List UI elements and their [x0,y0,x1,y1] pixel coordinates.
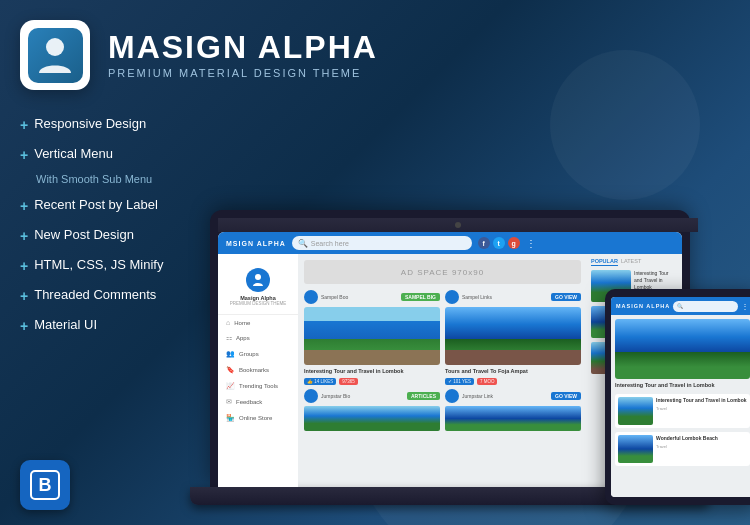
browser-sidebar: Masign Alpha PREMIUM DESIGN THEME ⌂ Home… [218,254,298,487]
post-like-btn-1[interactable]: 👍 14 LIKES [304,378,336,385]
twitter-icon[interactable]: t [493,237,505,249]
trending-icon: 📈 [226,382,235,390]
nav-label: Apps [236,335,250,341]
feature-new-post: + New Post Design [20,221,200,251]
sidebar-nav-bookmarks[interactable]: 🔖 Bookmarks [218,362,298,378]
post-title-2: Tours and Travel To Foja Ampat [445,368,581,375]
post-view-btn-2[interactable]: 7 MOO [477,378,498,385]
main-content: + Responsive Design + Vertical Menu With… [0,100,750,515]
facebook-icon[interactable]: f [478,237,490,249]
posts-grid-2: Jumpstar Bio ARTICLES [304,389,581,431]
post-image-4 [445,406,581,431]
tablet-menu-icon[interactable]: ⋮ [741,302,749,311]
feature-label: Material UI [34,317,97,334]
nav-label: Groups [239,351,259,357]
search-placeholder: Search here [311,240,349,247]
tablet-post-thumb-2 [618,435,653,463]
sidebar-nav-store[interactable]: 🏪 Online Store [218,410,298,426]
post-image-1 [304,307,440,365]
store-icon: 🏪 [226,414,235,422]
feature-sub-label: With Smooth Sub Menu [36,172,152,186]
sidebar-nav-trending[interactable]: 📈 Trending Tools [218,378,298,394]
post-badge-2: GO VIEW [551,293,581,301]
browser-menu-icon[interactable]: ⋮ [526,238,536,249]
feature-threaded: + Threaded Comments [20,281,200,311]
latest-tab[interactable]: LATEST [621,258,641,266]
post-view-btn-1[interactable]: 97365 [339,378,358,385]
post-author-3: Jumpstar Bio [321,393,404,399]
feature-minify: + HTML, CSS, JS Minify [20,251,200,281]
plus-icon: + [20,146,28,164]
profile-role: PREMIUM DESIGN THEME [230,301,287,306]
popular-tab[interactable]: POPULAR [591,258,618,266]
nav-label: Home [234,320,250,326]
laptop-camera-bar [218,218,698,232]
feedback-icon: ✉ [226,398,232,406]
post-card-header-4: Jumpstar Link GO VIEW [445,389,581,403]
nav-label: Feedback [236,399,262,405]
feature-label: Threaded Comments [34,287,156,304]
svg-point-1 [255,274,261,280]
right-post-title-1: Interesting Tour and Travel in Lombok [634,270,678,291]
profile-avatar [246,268,270,292]
post-like-btn-2[interactable]: ✓ 101 YES [445,378,474,385]
sidebar-nav-feedback[interactable]: ✉ Feedback [218,394,298,410]
right-tabs: POPULAR LATEST [591,258,678,266]
post-author-1: Sampel Boo [321,294,398,300]
feature-label: Vertical Menu [34,146,113,163]
feature-label: New Post Design [34,227,134,244]
feature-vertical-menu: + Vertical Menu [20,140,200,170]
browser-bar: MSIGN ALPHA 🔍 Search here f t g ⋮ [218,232,682,254]
tablet-screen: MASIGN ALPHA 🔍 ⋮ Interesting Tour and Tr… [611,297,750,497]
post-card-2: Sampel Links GO VIEW Tours and Travel To… [445,290,581,385]
sidebar-nav-apps[interactable]: ⚏ Apps [218,330,298,346]
tablet-post-item-1: Interesting Tour and Travel in Lombok Tr… [615,394,750,428]
plus-icon: + [20,257,28,275]
tablet-post-title-2: Wonderful Lombok Beach [656,435,747,442]
bottom-logo-badge: B [20,460,70,510]
feature-material: + Material UI [20,311,200,341]
post-card-1: Sampel Boo SAMPEL BIG Interesting Tour a… [304,290,440,385]
google-icon[interactable]: g [508,237,520,249]
tablet-browser-bar: MASIGN ALPHA 🔍 ⋮ [611,297,750,315]
post-avatar-3 [304,389,318,403]
social-icons: f t g [478,237,520,249]
post-card-header-3: Jumpstar Bio ARTICLES [304,389,440,403]
post-badge-3: ARTICLES [407,392,440,400]
home-icon: ⌂ [226,319,230,326]
features-list: + Responsive Design + Vertical Menu With… [20,100,200,515]
tablet-post-info-2: Wonderful Lombok Beach Travel [656,435,747,463]
post-actions-1: 👍 14 LIKES 97365 [304,378,440,385]
tablet-main-image [615,319,750,379]
feature-responsive: + Responsive Design [20,110,200,140]
tablet-post-meta-1: Travel [656,406,747,411]
feature-label: Recent Post by Label [34,197,158,214]
tablet-search[interactable]: 🔍 [673,301,738,312]
tablet-post-meta-2: Travel [656,444,747,449]
svg-point-0 [46,38,64,56]
tablet-post-thumb-1 [618,397,653,425]
tablet-post-item-2: Wonderful Lombok Beach Travel [615,432,750,466]
groups-icon: 👥 [226,350,235,358]
brand-subtitle: PREMIUM MATERIAL DESIGN THEME [108,67,378,79]
laptop-camera [455,222,461,228]
tablet-post-title-main: Interesting Tour and Travel in Lombok [615,382,750,388]
post-badge-4: GO VIEW [551,392,581,400]
logo-box [20,20,90,90]
svg-text:B: B [39,475,52,495]
sidebar-nav-groups[interactable]: 👥 Groups [218,346,298,362]
logo-icon [28,28,83,83]
tablet-post-info-1: Interesting Tour and Travel in Lombok Tr… [656,397,747,425]
post-actions-2: ✓ 101 YES 7 MOO [445,378,581,385]
ad-space: AD SPACE 970x90 [304,260,581,284]
sidebar-nav-home[interactable]: ⌂ Home [218,315,298,330]
tablet-content: Interesting Tour and Travel in Lombok In… [611,315,750,497]
plus-icon: + [20,197,28,215]
post-card-header-1: Sampel Boo SAMPEL BIG [304,290,440,304]
post-author-2: Sampel Links [462,294,548,300]
post-image-2 [445,307,581,365]
tablet-outer: MASIGN ALPHA 🔍 ⋮ Interesting Tour and Tr… [605,289,750,505]
tablet-brand: MASIGN ALPHA [616,303,670,309]
sidebar-profile: Masign Alpha PREMIUM DESIGN THEME [218,262,298,315]
browser-search-box[interactable]: 🔍 Search here [292,236,472,250]
